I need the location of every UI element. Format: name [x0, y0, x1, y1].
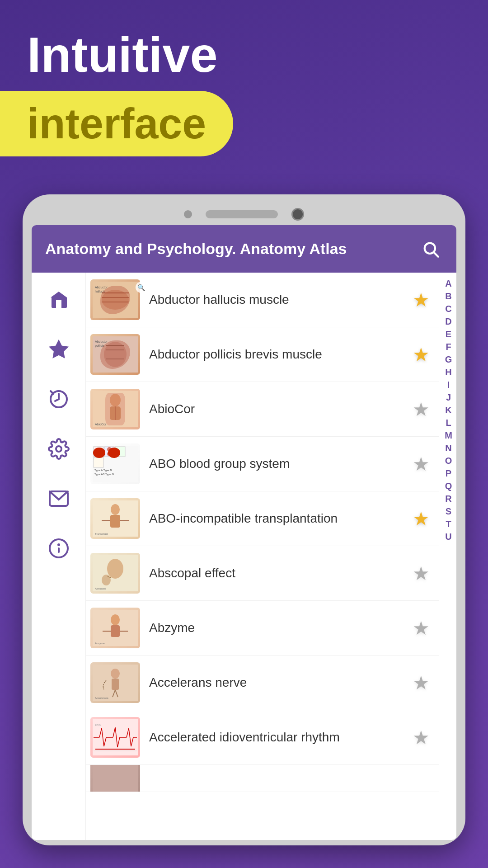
star-button[interactable]: ★	[408, 560, 435, 587]
svg-point-4	[56, 446, 61, 452]
list-item[interactable]: Abzyme Abzyme ★	[86, 601, 439, 656]
list-item[interactable]: Abductor pollicis Abductor pollicis brev…	[86, 327, 439, 382]
sidebar-item-settings[interactable]	[45, 435, 72, 462]
hero-subtitle-wrap: interface	[0, 91, 233, 156]
star-button[interactable]: ★	[408, 505, 435, 532]
star-gold-icon: ★	[413, 344, 430, 366]
alpha-L[interactable]: L	[446, 416, 451, 429]
phone-mockup: Anatomy and Psychology. Anatomy Atlas	[23, 194, 465, 868]
alpha-E[interactable]: E	[446, 328, 451, 340]
list-item[interactable]: Abductor hallucis 🔍 Abductor hallucis mu…	[86, 273, 439, 327]
alphabet-index[interactable]: A B C D E F G H I J K L M N O	[441, 273, 456, 840]
content-area: A B C D E F G H I J K L M N O	[86, 273, 456, 840]
item-thumbnail: Type A Type B Type AB Type O	[90, 443, 140, 484]
sidebar-item-info[interactable]	[45, 535, 72, 562]
phone-top-hardware	[32, 208, 456, 221]
thumbnail-wrap: AbioCor	[90, 389, 149, 429]
item-name: Accelerated idioventricular rhythm	[149, 729, 408, 745]
list-item[interactable]: Abscopal Abscopal effect ★	[86, 546, 439, 601]
alpha-P[interactable]: P	[446, 467, 451, 480]
list-item[interactable]: AbioCor AbioCor ★	[86, 382, 439, 437]
svg-point-24	[110, 394, 121, 406]
thumbnail-wrap: Accelerans	[90, 662, 149, 703]
info-icon	[48, 538, 70, 559]
svg-text:Transplant: Transplant	[95, 533, 108, 535]
item-thumbnail: Abductor pollicis	[90, 334, 140, 375]
alpha-T[interactable]: T	[446, 518, 451, 530]
thumb-svg: Accelerans	[93, 665, 138, 701]
alpha-S[interactable]: S	[446, 505, 451, 518]
star-button[interactable]: ★	[408, 724, 435, 751]
svg-line-1	[434, 252, 438, 256]
thumb-svg	[93, 765, 138, 792]
item-thumbnail: Abzyme	[90, 608, 140, 648]
search-button[interactable]	[418, 236, 443, 261]
sidebar	[32, 273, 86, 840]
sidebar-item-history[interactable]	[45, 386, 72, 413]
thumb-svg: Type A Type B Type AB Type O	[93, 446, 138, 482]
list-item[interactable]	[86, 765, 439, 792]
svg-point-39	[111, 504, 120, 515]
svg-text:hallucis: hallucis	[95, 290, 106, 293]
item-name: Accelerans nerve	[149, 675, 408, 691]
thumbnail-wrap: ECG	[90, 717, 149, 758]
item-name: Abductor pollicis brevis muscle	[149, 346, 408, 363]
list-item[interactable]: ECG Accelerated idioventricular rhythm ★	[86, 710, 439, 765]
app-title: Anatomy and Psychology. Anatomy Atlas	[45, 240, 418, 258]
list-item[interactable]: Transplant ABO-incompatible transplantat…	[86, 491, 439, 546]
alpha-J[interactable]: J	[446, 391, 451, 404]
list-item[interactable]: Type A Type B Type AB Type O ABO blood g…	[86, 437, 439, 491]
alpha-F[interactable]: F	[446, 340, 451, 353]
svg-rect-57	[112, 679, 119, 690]
alpha-B[interactable]: B	[445, 290, 451, 302]
alpha-I[interactable]: I	[447, 378, 450, 391]
star-button[interactable]: ★	[408, 614, 435, 642]
svg-rect-35	[94, 458, 103, 467]
settings-icon	[48, 438, 70, 460]
svg-point-46	[102, 575, 111, 585]
phone-body: Anatomy and Psychology. Anatomy Atlas	[23, 194, 465, 845]
alpha-O[interactable]: O	[445, 454, 452, 467]
item-name: Abscopal effect	[149, 565, 408, 581]
item-thumbnail: Abductor hallucis	[90, 279, 140, 320]
alpha-Q[interactable]: Q	[445, 480, 452, 492]
sidebar-item-favorites[interactable]	[45, 336, 72, 363]
star-button[interactable]: ★	[408, 669, 435, 696]
star-gold-icon: ★	[413, 508, 430, 530]
alpha-C[interactable]: C	[445, 302, 451, 315]
star-button[interactable]: ★	[408, 396, 435, 423]
alpha-H[interactable]: H	[445, 366, 451, 378]
svg-text:ECG: ECG	[95, 724, 101, 726]
svg-point-50	[111, 614, 120, 625]
thumb-svg: Abscopal	[93, 555, 138, 591]
alpha-M[interactable]: M	[445, 429, 452, 442]
thumbnail-wrap: Abductor pollicis	[90, 334, 149, 375]
alpha-U[interactable]: U	[445, 530, 451, 543]
svg-text:Accelerans: Accelerans	[95, 697, 108, 699]
svg-rect-77	[93, 765, 138, 792]
svg-point-33	[107, 452, 112, 456]
star-silver-icon: ★	[413, 617, 430, 639]
star-silver-icon: ★	[413, 398, 430, 420]
alpha-R[interactable]: R	[445, 492, 451, 505]
alpha-D[interactable]: D	[445, 315, 451, 328]
alpha-N[interactable]: N	[445, 442, 451, 454]
star-button[interactable]: ★	[408, 286, 435, 313]
star-silver-icon: ★	[413, 726, 430, 749]
alpha-G[interactable]: G	[445, 353, 452, 366]
thumbnail-wrap: Abscopal	[90, 553, 149, 594]
sidebar-item-home[interactable]	[45, 286, 72, 313]
list-item[interactable]: Accelerans Accelerans nerve ★	[86, 656, 439, 710]
svg-point-32	[107, 447, 112, 452]
star-button[interactable]: ★	[408, 341, 435, 368]
item-name: ABO-incompatible transplantation	[149, 510, 408, 527]
svg-rect-51	[111, 625, 120, 637]
search-icon	[422, 240, 440, 258]
svg-point-45	[107, 559, 123, 579]
alpha-K[interactable]: K	[445, 404, 451, 416]
phone-speaker	[206, 210, 278, 218]
sidebar-item-mail[interactable]	[45, 485, 72, 512]
svg-rect-29	[94, 447, 103, 457]
alpha-A[interactable]: A	[445, 277, 451, 290]
star-button[interactable]: ★	[408, 450, 435, 477]
